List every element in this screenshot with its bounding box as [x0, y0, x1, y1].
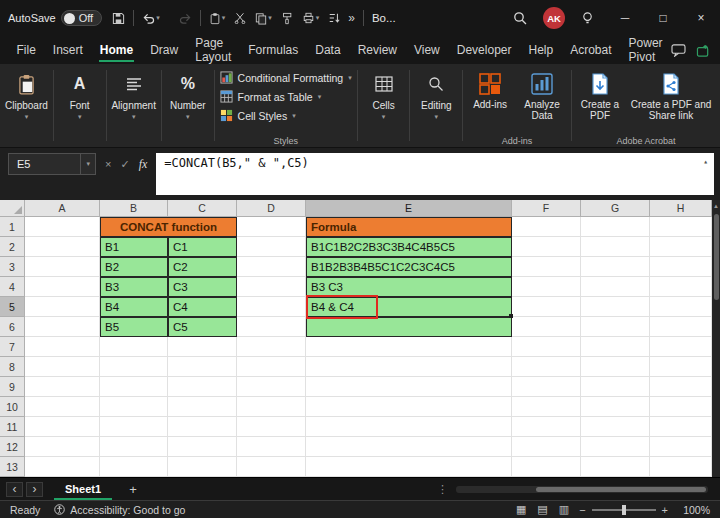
- cell-A9[interactable]: [25, 377, 100, 397]
- cell-H1[interactable]: [650, 217, 712, 237]
- menu-tab-acrobat[interactable]: Acrobat: [562, 36, 620, 64]
- row-header-13[interactable]: 13: [0, 457, 25, 477]
- row-header-8[interactable]: 8: [0, 357, 25, 377]
- cell-D3[interactable]: [237, 257, 306, 277]
- cell-B8[interactable]: [100, 357, 168, 377]
- ribbon-group-font[interactable]: A Font ▾: [56, 64, 104, 147]
- row-header-9[interactable]: 9: [0, 377, 25, 397]
- cell-E13[interactable]: [306, 457, 512, 477]
- zoom-in-button[interactable]: +: [662, 504, 668, 516]
- cell-C3[interactable]: C2: [168, 257, 237, 277]
- menu-tab-file[interactable]: File: [8, 36, 44, 64]
- sort-button[interactable]: [328, 12, 340, 24]
- create-pdf-share-button[interactable]: Create a PDF and Share link: [627, 72, 715, 121]
- cell-F5[interactable]: [512, 297, 581, 317]
- column-header-D[interactable]: D: [237, 200, 306, 217]
- cell-G13[interactable]: [581, 457, 650, 477]
- cell-B7[interactable]: [100, 337, 168, 357]
- cell-H12[interactable]: [650, 437, 712, 457]
- cell-H9[interactable]: [650, 377, 712, 397]
- column-header-G[interactable]: G: [581, 200, 650, 217]
- cell-A4[interactable]: [25, 277, 100, 297]
- cell-E4[interactable]: B3 C3: [306, 277, 512, 297]
- formula-input[interactable]: =CONCAT(B5," & ",C5) ▴: [156, 153, 714, 195]
- cell-styles-button[interactable]: Cell Styles ▾: [220, 107, 352, 124]
- cell-A7[interactable]: [25, 337, 100, 357]
- cell-G1[interactable]: [581, 217, 650, 237]
- menu-tab-home[interactable]: Home: [91, 36, 141, 64]
- cell-C13[interactable]: [168, 457, 237, 477]
- cell-F7[interactable]: [512, 337, 581, 357]
- cell-B1[interactable]: CONCAT function: [100, 217, 237, 237]
- cell-F6[interactable]: [512, 317, 581, 337]
- status-mode[interactable]: Ready: [10, 504, 40, 516]
- horizontal-scroll-thumb[interactable]: [536, 487, 706, 492]
- cell-H13[interactable]: [650, 457, 712, 477]
- cell-B13[interactable]: [100, 457, 168, 477]
- cell-C7[interactable]: [168, 337, 237, 357]
- menu-tab-power-pivot[interactable]: Power Pivot: [620, 36, 671, 64]
- sheet-tab-sheet1[interactable]: Sheet1: [52, 478, 114, 500]
- cell-C4[interactable]: C3: [168, 277, 237, 297]
- format-as-table-button[interactable]: Format as Table ▾: [220, 88, 352, 105]
- cell-C5[interactable]: C4: [168, 297, 237, 317]
- zoom-out-button[interactable]: −: [579, 504, 585, 516]
- vertical-scroll-thumb[interactable]: [714, 214, 719, 300]
- cell-B10[interactable]: [100, 397, 168, 417]
- cell-D5[interactable]: [237, 297, 306, 317]
- cell-D10[interactable]: [237, 397, 306, 417]
- paste-button[interactable]: ▾: [209, 12, 226, 25]
- redo-button[interactable]: [179, 13, 192, 24]
- cell-F2[interactable]: [512, 237, 581, 257]
- ribbon-group-clipboard[interactable]: Clipboard ▾: [2, 64, 51, 147]
- cell-G6[interactable]: [581, 317, 650, 337]
- cell-D7[interactable]: [237, 337, 306, 357]
- cell-A13[interactable]: [25, 457, 100, 477]
- zoom-slider-thumb[interactable]: [622, 505, 626, 515]
- accessibility-status[interactable]: Accessibility: Good to go: [70, 504, 185, 516]
- horizontal-scrollbar[interactable]: [456, 486, 708, 493]
- column-header-A[interactable]: A: [25, 200, 100, 217]
- autosave-toggle[interactable]: Off: [61, 10, 102, 26]
- row-header-3[interactable]: 3: [0, 257, 25, 277]
- cell-E2[interactable]: B1C1B2C2B3C3B4C4B5C5: [306, 237, 512, 257]
- cell-G2[interactable]: [581, 237, 650, 257]
- cell-G11[interactable]: [581, 417, 650, 437]
- cell-E11[interactable]: [306, 417, 512, 437]
- share-icon[interactable]: [696, 44, 711, 57]
- menu-tab-developer[interactable]: Developer: [448, 36, 520, 64]
- cell-D2[interactable]: [237, 237, 306, 257]
- cell-G7[interactable]: [581, 337, 650, 357]
- cell-A6[interactable]: [25, 317, 100, 337]
- cell-E9[interactable]: [306, 377, 512, 397]
- cell-A8[interactable]: [25, 357, 100, 377]
- row-header-10[interactable]: 10: [0, 397, 25, 417]
- row-header-4[interactable]: 4: [0, 277, 25, 297]
- normal-view-icon[interactable]: ▦: [516, 503, 526, 516]
- cell-E12[interactable]: [306, 437, 512, 457]
- create-pdf-button[interactable]: Create a PDF: [577, 72, 623, 121]
- cell-G8[interactable]: [581, 357, 650, 377]
- page-break-view-icon[interactable]: ▥: [559, 503, 569, 516]
- row-header-12[interactable]: 12: [0, 437, 25, 457]
- zoom-slider[interactable]: [592, 509, 656, 511]
- collapse-formula-bar-icon[interactable]: ▴: [703, 157, 708, 166]
- maximize-button[interactable]: □: [644, 0, 682, 36]
- cell-H8[interactable]: [650, 357, 712, 377]
- autosave-control[interactable]: AutoSave Off: [8, 10, 102, 26]
- cell-F13[interactable]: [512, 457, 581, 477]
- cell-C2[interactable]: C1: [168, 237, 237, 257]
- cell-D1[interactable]: [237, 217, 306, 237]
- cell-C10[interactable]: [168, 397, 237, 417]
- sheet-nav-right-icon[interactable]: ›: [26, 482, 43, 497]
- cell-A2[interactable]: [25, 237, 100, 257]
- row-header-1[interactable]: 1: [0, 217, 25, 237]
- insert-function-button[interactable]: fx: [139, 157, 148, 172]
- qat-overflow-button[interactable]: »: [348, 11, 355, 25]
- cell-G3[interactable]: [581, 257, 650, 277]
- zoom-level[interactable]: 100%: [680, 504, 710, 516]
- cell-B5[interactable]: B4: [100, 297, 168, 317]
- cell-E1[interactable]: Formula: [306, 217, 512, 237]
- cell-B4[interactable]: B3: [100, 277, 168, 297]
- comments-icon[interactable]: [671, 44, 686, 57]
